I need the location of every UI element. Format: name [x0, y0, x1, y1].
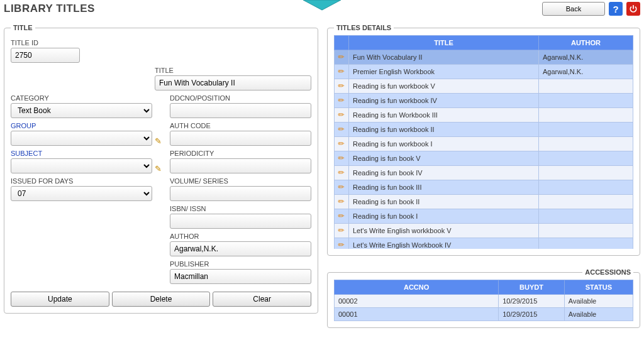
- cell-accno: 00002: [335, 295, 499, 308]
- isbn-field[interactable]: [170, 214, 311, 229]
- edit-icon[interactable]: ✎: [336, 67, 347, 77]
- periodicity-field[interactable]: [170, 158, 311, 173]
- edit-icon[interactable]: ✎: [336, 197, 347, 207]
- table-row[interactable]: ✎Reading is fun workbook IV: [335, 94, 633, 108]
- cell-author: [539, 195, 633, 209]
- table-row[interactable]: 0000210/29/2015Available: [335, 295, 633, 308]
- edit-icon[interactable]: ✎: [336, 226, 347, 236]
- edit-icon[interactable]: ✎: [336, 168, 347, 178]
- cell-title: Let's Write English Workbook IV: [349, 238, 539, 249]
- label-ddcno: DDCNO/POSITION: [170, 92, 311, 103]
- th-buydt: BUYDT: [499, 280, 565, 295]
- page-title: LIBRARY TITLES: [4, 3, 95, 15]
- table-row[interactable]: ✎Reading is fun book IV: [335, 166, 633, 180]
- cell-title: Fun With Vocabulary II: [349, 50, 539, 65]
- issued-select[interactable]: 07: [11, 186, 152, 201]
- edit-icon[interactable]: ✎: [336, 211, 347, 222]
- category-select[interactable]: Text Book: [11, 103, 152, 118]
- group-select[interactable]: [11, 131, 152, 146]
- edit-icon[interactable]: ✎: [336, 96, 347, 106]
- cell-buydt: 10/29/2015: [499, 308, 565, 321]
- th-author: AUTHOR: [539, 36, 633, 50]
- edit-icon[interactable]: ✎: [336, 124, 347, 135]
- cell-title: Reading is fun book I: [349, 209, 539, 224]
- cell-author: Agarwal,N.K.: [539, 50, 633, 65]
- th-status: STATUS: [564, 280, 633, 295]
- table-row[interactable]: ✎Premier English WorkbookAgarwal,N.K.: [335, 65, 633, 79]
- edit-icon[interactable]: ✎: [336, 153, 347, 164]
- cell-author: [539, 180, 633, 195]
- label-author: AUTHOR: [170, 230, 311, 241]
- svg-marker-0: [303, 0, 341, 10]
- subject-key-icon[interactable]: ✎: [155, 164, 162, 173]
- cell-accno: 00001: [335, 308, 499, 321]
- label-isbn: ISBN/ ISSN: [170, 202, 311, 214]
- titles-details-legend: TITLES DETAILS: [334, 24, 394, 31]
- table-row[interactable]: 0000110/29/2015Available: [335, 308, 633, 321]
- edit-icon[interactable]: ✎: [336, 182, 347, 193]
- titles-details-panel: TITLES DETAILS TITLE AUTHOR ✎Fun With Vo…: [327, 24, 640, 256]
- cell-title: Reading is fun book III: [349, 180, 539, 195]
- cell-author: [539, 166, 633, 180]
- cell-author: [539, 123, 633, 137]
- help-icon[interactable]: ?: [609, 2, 623, 16]
- cell-title: Reading is fun workbook IV: [349, 94, 539, 108]
- cell-author: [539, 108, 633, 123]
- cell-author: Agarwal,N.K.: [539, 65, 633, 79]
- edit-icon[interactable]: ✎: [336, 139, 347, 150]
- label-category: CATEGORY: [11, 92, 152, 103]
- cell-status: Available: [564, 308, 633, 321]
- th-edit: [335, 36, 349, 50]
- table-row[interactable]: ✎Reading is fun book V: [335, 151, 633, 166]
- title-id-field[interactable]: [11, 48, 80, 63]
- titles-details-scroll[interactable]: TITLE AUTHOR ✎Fun With Vocabulary IIAgar…: [334, 35, 633, 249]
- table-row[interactable]: ✎Reading is fun workbook I: [335, 137, 633, 151]
- authcode-field[interactable]: [170, 131, 311, 146]
- cell-title: Premier English Workbook: [349, 65, 539, 79]
- subject-select[interactable]: [11, 158, 152, 173]
- table-row[interactable]: ✎Reading is fun workbook V: [335, 79, 633, 94]
- table-row[interactable]: ✎Let's Write English Workbook IV: [335, 238, 633, 249]
- top-marker-icon: [303, 0, 341, 11]
- cell-title: Reading is fun book V: [349, 151, 539, 166]
- accessions-table: ACCNO BUYDT STATUS 0000210/29/2015Availa…: [334, 280, 633, 321]
- title-panel: TITLE TITLE ID TITLE CATEGORY Text Book: [4, 24, 318, 314]
- publisher-field[interactable]: [170, 269, 311, 284]
- table-row[interactable]: ✎Reading is fun book III: [335, 180, 633, 195]
- table-row[interactable]: ✎Reading is fun book I: [335, 209, 633, 224]
- table-row[interactable]: ✎Fun With Vocabulary IIAgarwal,N.K.: [335, 50, 633, 65]
- cell-author: [539, 238, 633, 249]
- cell-title: Reading is fun workbook V: [349, 79, 539, 94]
- clear-button[interactable]: Clear: [213, 292, 311, 307]
- cell-author: [539, 137, 633, 151]
- cell-author: [539, 209, 633, 224]
- label-group[interactable]: GROUP: [11, 119, 152, 131]
- th-accno: ACCNO: [335, 280, 499, 295]
- cell-title: Reading is fun book II: [349, 195, 539, 209]
- th-title: TITLE: [349, 36, 539, 50]
- author-field[interactable]: [170, 241, 311, 256]
- table-row[interactable]: ✎Reading is fun Workbook III: [335, 108, 633, 123]
- power-icon[interactable]: [626, 2, 640, 16]
- cell-title: Reading is fun book IV: [349, 166, 539, 180]
- back-button[interactable]: Back: [542, 2, 605, 16]
- edit-icon[interactable]: ✎: [336, 52, 347, 63]
- table-row[interactable]: ✎Reading is fun book II: [335, 195, 633, 209]
- delete-button[interactable]: Delete: [112, 292, 211, 307]
- label-subject[interactable]: SUBJECT: [11, 147, 152, 158]
- edit-icon[interactable]: ✎: [336, 240, 347, 249]
- group-key-icon[interactable]: ✎: [155, 136, 162, 146]
- cell-status: Available: [564, 295, 633, 308]
- title-field[interactable]: [155, 75, 311, 90]
- table-row[interactable]: ✎Reading is fun workbook II: [335, 123, 633, 137]
- ddcno-field[interactable]: [170, 103, 311, 118]
- cell-buydt: 10/29/2015: [499, 295, 565, 308]
- edit-icon[interactable]: ✎: [336, 110, 347, 121]
- edit-icon[interactable]: ✎: [336, 81, 347, 92]
- label-volume: VOLUME/ SERIES: [170, 175, 311, 186]
- table-row[interactable]: ✎Let's Write English workkbook V: [335, 224, 633, 238]
- volume-field[interactable]: [170, 186, 311, 201]
- cell-author: [539, 224, 633, 238]
- update-button[interactable]: Update: [11, 292, 109, 307]
- label-authcode: AUTH CODE: [170, 119, 311, 131]
